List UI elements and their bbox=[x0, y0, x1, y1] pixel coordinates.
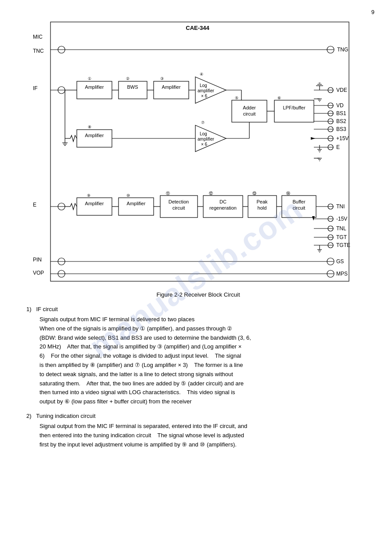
section-2: 2) Tuning indication circuit Signal outp… bbox=[26, 413, 370, 449]
svg-rect-14 bbox=[77, 81, 112, 99]
svg-text:Amplifier: Amplifier bbox=[85, 201, 104, 206]
svg-text:⑭: ⑭ bbox=[286, 191, 290, 196]
block-diagram: CAE-344 MIC TNC IF E PIN VOP TNG Amplifi… bbox=[26, 13, 373, 286]
svg-text:⑥: ⑥ bbox=[277, 96, 281, 100]
svg-text:VD: VD bbox=[336, 102, 344, 109]
svg-text:TNG: TNG bbox=[337, 47, 348, 53]
svg-text:MIC: MIC bbox=[33, 34, 43, 40]
svg-text:amplifier: amplifier bbox=[198, 88, 214, 93]
svg-rect-0 bbox=[50, 22, 349, 281]
svg-text:TNL: TNL bbox=[336, 225, 346, 232]
svg-text:VOP: VOP bbox=[33, 270, 44, 276]
section-1-heading: IF circuit bbox=[36, 306, 58, 312]
svg-text:Amplifier: Amplifier bbox=[85, 84, 104, 90]
svg-text:Buffer: Buffer bbox=[292, 199, 305, 204]
svg-text:IF: IF bbox=[33, 85, 38, 91]
svg-text:circuit: circuit bbox=[173, 205, 185, 210]
svg-text:Amplifier: Amplifier bbox=[162, 84, 181, 90]
svg-text:PIN: PIN bbox=[33, 257, 42, 263]
svg-text:BWS: BWS bbox=[127, 84, 138, 90]
svg-rect-22 bbox=[154, 81, 189, 99]
diagram-area: CAE-344 MIC TNC IF E PIN VOP TNG Amplifi… bbox=[26, 13, 370, 287]
svg-text:MPS: MPS bbox=[336, 271, 348, 277]
svg-rect-38 bbox=[274, 100, 314, 122]
svg-text:E: E bbox=[33, 202, 36, 208]
svg-text:× 6: × 6 bbox=[201, 94, 208, 98]
svg-text:circuit: circuit bbox=[243, 111, 256, 116]
svg-text:regeneration: regeneration bbox=[209, 205, 237, 210]
svg-text:CAE-344: CAE-344 bbox=[186, 25, 209, 31]
svg-text:⑧: ⑧ bbox=[88, 125, 91, 129]
svg-text:BS3: BS3 bbox=[336, 126, 346, 132]
svg-text:TGTE: TGTE bbox=[336, 242, 350, 248]
svg-rect-95 bbox=[119, 198, 154, 215]
svg-text:Adder: Adder bbox=[243, 105, 256, 110]
svg-text:TNC: TNC bbox=[33, 48, 44, 54]
svg-rect-18 bbox=[119, 81, 147, 99]
svg-text:DC: DC bbox=[219, 199, 227, 204]
svg-text:+15V: +15V bbox=[336, 135, 349, 141]
svg-text:⑨: ⑨ bbox=[87, 193, 90, 198]
page-number: 9 bbox=[371, 9, 374, 15]
section-1: 1) IF circuit Signals output from MIC IF… bbox=[26, 306, 370, 406]
svg-text:③: ③ bbox=[160, 76, 164, 81]
svg-marker-62 bbox=[311, 137, 315, 140]
section-2-title: 2) Tuning indication circuit bbox=[26, 413, 370, 419]
svg-text:-15V: -15V bbox=[336, 216, 347, 222]
svg-text:TGT: TGT bbox=[336, 234, 347, 240]
svg-text:E: E bbox=[336, 144, 340, 150]
svg-text:Log: Log bbox=[200, 131, 207, 136]
svg-text:BS2: BS2 bbox=[336, 118, 346, 124]
svg-text:Log: Log bbox=[200, 83, 207, 88]
svg-text:circuit: circuit bbox=[293, 205, 306, 210]
section-2-heading: Tuning indication circuit bbox=[36, 413, 95, 419]
section-2-number: 2) bbox=[26, 413, 32, 419]
svg-text:amplifier: amplifier bbox=[198, 137, 214, 141]
section-1-title: 1) IF circuit bbox=[26, 306, 370, 312]
section-2-body: Signal output from the MIC IF terminal i… bbox=[40, 422, 370, 449]
svg-text:TNI: TNI bbox=[336, 203, 345, 210]
svg-rect-72 bbox=[77, 130, 112, 147]
svg-text:Detection: Detection bbox=[169, 199, 189, 204]
svg-text:⑪: ⑪ bbox=[166, 191, 170, 196]
svg-marker-123 bbox=[312, 216, 315, 221]
svg-text:GS: GS bbox=[336, 258, 344, 265]
svg-text:①: ① bbox=[88, 76, 91, 81]
svg-text:②: ② bbox=[126, 76, 129, 81]
svg-text:⑤: ⑤ bbox=[235, 96, 238, 100]
svg-text:VDE: VDE bbox=[336, 87, 347, 93]
figure-caption: Figure 2-2 Receiver Block Circuit bbox=[26, 291, 370, 298]
svg-rect-91 bbox=[77, 198, 112, 215]
svg-text:Peak: Peak bbox=[256, 199, 268, 204]
svg-text:⑬: ⑬ bbox=[252, 191, 256, 196]
section-1-number: 1) bbox=[26, 306, 32, 312]
svg-text:hold: hold bbox=[258, 205, 267, 210]
section-1-body: Signals output from MIC IF terminal is d… bbox=[40, 315, 370, 406]
svg-text:Amplifier: Amplifier bbox=[85, 133, 104, 138]
svg-text:BS1: BS1 bbox=[336, 110, 346, 116]
svg-text:⑫: ⑫ bbox=[209, 191, 213, 196]
svg-text:⑩: ⑩ bbox=[126, 193, 130, 198]
svg-text:Amplifier: Amplifier bbox=[127, 201, 146, 206]
svg-text:× 6: × 6 bbox=[201, 142, 208, 147]
svg-text:⑦: ⑦ bbox=[201, 120, 205, 125]
page: 9 manualslib.com CAE-344 MIC TNC IF E PI… bbox=[0, 0, 392, 555]
svg-text:LPF/buffer: LPF/buffer bbox=[283, 105, 305, 110]
svg-text:④: ④ bbox=[200, 72, 203, 76]
